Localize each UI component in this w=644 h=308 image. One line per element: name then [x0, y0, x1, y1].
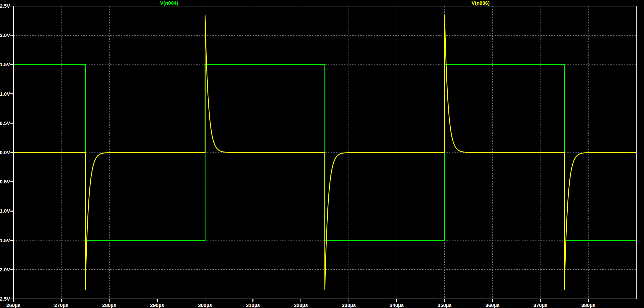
y-tick-label: -2.5V: [0, 296, 10, 302]
y-tick-label: 2.0V: [0, 32, 10, 38]
x-tick-label: 300µs: [198, 302, 212, 308]
x-tick-label: 270µs: [54, 302, 69, 308]
x-tick-label: 340µs: [390, 302, 404, 308]
y-tick-label: 1.0V: [0, 91, 10, 97]
x-tick-label: 370µs: [533, 302, 548, 308]
x-tick-label: 260µs: [6, 302, 21, 308]
y-tick-label: -2.0V: [0, 267, 10, 272]
x-tick-label: 280µs: [102, 302, 116, 308]
axis-labels: 260µs270µs280µs290µs300µs310µs320µs330µs…: [0, 3, 595, 308]
trace-vn006[interactable]: [13, 15, 636, 290]
x-tick-label: 290µs: [150, 302, 164, 308]
y-tick-label: -1.5V: [0, 237, 10, 243]
waveform-pane[interactable]: 260µs270µs280µs290µs300µs310µs320µs330µs…: [0, 0, 644, 308]
y-tick-label: 2.5V: [0, 3, 10, 9]
y-tick-label: -0.5V: [0, 179, 10, 184]
waveform-plot[interactable]: 260µs270µs280µs290µs300µs310µs320µs330µs…: [0, 0, 644, 308]
y-tick-label: 0.5V: [0, 120, 10, 126]
legend-label-vn006[interactable]: V(n006): [472, 0, 490, 6]
axis-ticks: [10, 6, 588, 302]
traces: [13, 15, 636, 290]
ltspice-waveform-window: { "window": { "background": "#000000" },…: [0, 0, 644, 308]
legend: V(n004)V(n006): [160, 0, 490, 6]
x-tick-label: 320µs: [294, 302, 308, 308]
x-tick-label: 360µs: [485, 302, 499, 308]
y-tick-label: 0.0V: [0, 149, 10, 155]
x-tick-label: 380µs: [581, 302, 595, 308]
y-tick-label: 1.5V: [0, 61, 10, 67]
x-tick-label: 330µs: [342, 302, 356, 308]
y-tick-label: -1.0V: [0, 208, 10, 214]
x-tick-label: 350µs: [438, 302, 452, 308]
x-tick-label: 310µs: [246, 302, 260, 308]
legend-label-vn004[interactable]: V(n004): [160, 0, 178, 6]
